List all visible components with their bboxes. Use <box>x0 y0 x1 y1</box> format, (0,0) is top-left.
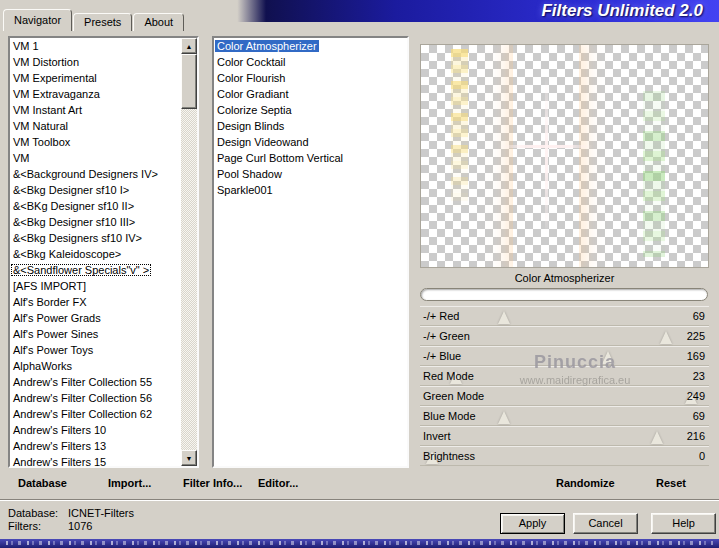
reset-button[interactable]: Reset <box>656 477 686 489</box>
filter-item-label: Color Flourish <box>215 72 287 84</box>
category-item[interactable]: VM Extravaganza <box>10 86 181 102</box>
filter-item-label: Color Atmospherizer <box>215 40 319 52</box>
editor-button[interactable]: Editor... <box>258 477 298 489</box>
category-item[interactable]: Andrew's Filters 15 <box>10 454 181 468</box>
category-item[interactable]: Andrew's Filters 10 <box>10 422 181 438</box>
category-item[interactable]: &<Sandflower Specials"v" > <box>10 262 181 278</box>
slider-row[interactable]: -/+ Blue 169 <box>420 346 709 366</box>
slider-thumb[interactable] <box>498 311 510 324</box>
category-item[interactable]: AlphaWorks <box>10 358 181 374</box>
category-item-label: Andrew's Filter Collection 62 <box>11 408 154 420</box>
category-item[interactable]: [AFS IMPORT] <box>10 278 181 294</box>
filter-item[interactable]: Page Curl Bottom Vertical <box>214 150 407 166</box>
slider-row[interactable]: -/+ Green 225 <box>420 326 709 346</box>
status-filters-label: Filters: <box>8 520 68 532</box>
filter-item-label: Colorize Septia <box>215 104 294 116</box>
slider-value: 69 <box>663 410 709 422</box>
slider-row[interactable]: Blue Mode 69 <box>420 406 709 426</box>
slider-thumb[interactable] <box>651 431 663 444</box>
slider-row[interactable]: Green Mode 249 <box>420 386 709 406</box>
category-item[interactable]: &<Background Designers IV> <box>10 166 181 182</box>
category-item[interactable]: Andrew's Filter Collection 62 <box>10 406 181 422</box>
status-database-value: ICNET-Filters <box>68 507 134 519</box>
category-item[interactable]: Alf's Power Sines <box>10 326 181 342</box>
category-item-label: [AFS IMPORT] <box>11 280 88 292</box>
filter-item-label: Design Videowand <box>215 136 311 148</box>
background-window-strip <box>0 539 719 548</box>
category-item-label: AlphaWorks <box>11 360 74 372</box>
category-item[interactable]: &<BKg Designer sf10 II> <box>10 198 181 214</box>
slider-value: 249 <box>663 390 709 402</box>
help-button[interactable]: Help <box>651 513 716 534</box>
filter-list[interactable]: Color Atmospherizer Color Cocktail Color… <box>212 36 409 468</box>
slider-row[interactable]: Red Mode 23 <box>420 366 709 386</box>
filter-item[interactable]: Color Gradiant <box>214 86 407 102</box>
category-item[interactable]: VM Instant Art <box>10 102 181 118</box>
category-item[interactable]: VM Experimental <box>10 70 181 86</box>
filter-item[interactable]: Colorize Septia <box>214 102 407 118</box>
category-item[interactable]: &<Bkg Designer sf10 III> <box>10 214 181 230</box>
category-item[interactable]: &<Bkg Designers sf10 IV> <box>10 230 181 246</box>
tab[interactable]: Presets <box>73 13 132 31</box>
category-item-label: Alf's Power Sines <box>11 328 100 340</box>
preview-yellow-strip <box>451 49 468 207</box>
category-item[interactable]: Andrew's Filter Collection 55 <box>10 374 181 390</box>
slider-row[interactable]: -/+ Red 69 <box>420 306 709 326</box>
filter-item[interactable]: Design Videowand <box>214 134 407 150</box>
apply-button[interactable]: Apply <box>500 513 565 534</box>
filter-item-label: Page Curl Bottom Vertical <box>215 152 345 164</box>
import-button[interactable]: Import... <box>108 477 151 489</box>
category-item[interactable]: Andrew's Filters 13 <box>10 438 181 454</box>
category-item-label: VM Toolbox <box>11 136 72 148</box>
category-scrollbar[interactable]: ▲ ▼ <box>181 38 197 466</box>
slider-row[interactable]: Invert 216 <box>420 426 709 446</box>
category-item[interactable]: Andrew's Filter Collection 56 <box>10 390 181 406</box>
randomize-button[interactable]: Randomize <box>556 477 615 489</box>
slider-thumb[interactable] <box>498 411 510 424</box>
category-item[interactable]: VM Natural <box>10 118 181 134</box>
category-item-label: VM Instant Art <box>11 104 84 116</box>
category-item-label: &<Bkg Designers sf10 IV> <box>11 232 144 244</box>
category-item[interactable]: VM <box>10 150 181 166</box>
tab-bar: NavigatorPresetsAbout <box>3 9 185 31</box>
filter-item[interactable]: Color Cocktail <box>214 54 407 70</box>
scroll-down-icon[interactable]: ▼ <box>181 450 197 466</box>
filter-item[interactable]: Pool Shadow <box>214 166 407 182</box>
preview-green-strip <box>643 91 665 257</box>
database-button[interactable]: Database <box>18 477 67 489</box>
slider-value: 216 <box>663 430 709 442</box>
filter-item[interactable]: Sparkle001 <box>214 182 407 198</box>
category-item-label: &<Bkg Designer sf10 III> <box>11 216 137 228</box>
category-item-label: VM Extravaganza <box>11 88 102 100</box>
category-item[interactable]: VM Toolbox <box>10 134 181 150</box>
filter-item[interactable]: Design Blinds <box>214 118 407 134</box>
status-database-label: Database: <box>8 507 68 519</box>
filter-item[interactable]: Color Flourish <box>214 70 407 86</box>
category-item[interactable]: VM Distortion <box>10 54 181 70</box>
filter-item-label: Pool Shadow <box>215 168 284 180</box>
slider-value: 23 <box>663 370 709 382</box>
slider-value: 225 <box>663 330 709 342</box>
scroll-up-icon[interactable]: ▲ <box>181 38 197 54</box>
slider-thumb[interactable] <box>602 351 614 364</box>
filter-item[interactable]: Color Atmospherizer <box>214 38 407 54</box>
slider-label: -/+ Blue <box>420 350 461 362</box>
category-item-label: &<BKg Designer sf10 II> <box>11 200 136 212</box>
category-item-label: Andrew's Filters 15 <box>11 456 108 468</box>
category-item[interactable]: &<Bkg Designer sf10 I> <box>10 182 181 198</box>
category-item[interactable]: Alf's Power Grads <box>10 310 181 326</box>
category-item[interactable]: &<Bkg Kaleidoscope> <box>10 246 181 262</box>
slider-row[interactable]: Brightness 0 <box>420 446 709 466</box>
tab[interactable]: About <box>133 13 184 31</box>
category-item[interactable]: VM 1 <box>10 38 181 54</box>
category-item[interactable]: Alf's Power Toys <box>10 342 181 358</box>
scrollbar-thumb[interactable] <box>181 54 197 109</box>
tab[interactable]: Navigator <box>3 9 72 31</box>
cancel-button[interactable]: Cancel <box>573 513 638 534</box>
filter-item-label: Sparkle001 <box>215 184 275 196</box>
filter-info-button[interactable]: Filter Info... <box>183 477 242 489</box>
preview-caption: Color Atmospherizer <box>420 272 709 284</box>
category-item[interactable]: Alf's Border FX <box>10 294 181 310</box>
category-item-label: VM Natural <box>11 120 70 132</box>
category-list[interactable]: VM 1 VM Distortion VM Experimental VM Ex… <box>8 36 199 468</box>
